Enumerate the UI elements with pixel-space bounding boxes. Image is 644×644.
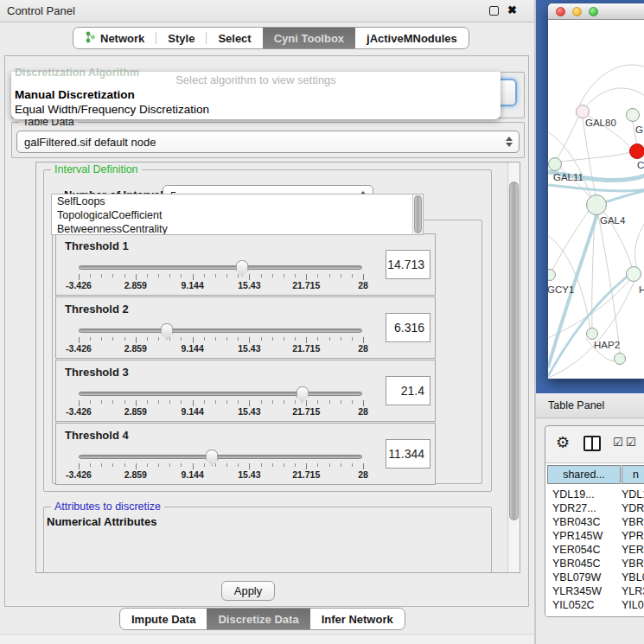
tab-cyni-toolbox-label: Cyni Toolbox [274,32,344,45]
interval-definition-legend: Interval Definition [51,163,142,175]
gear-icon[interactable]: ⚙ [556,433,570,452]
checkbox-icon[interactable]: ☑ [626,436,636,449]
control-panel-footer [0,634,534,644]
list-item[interactable]: BetweennessCentrality [52,222,423,235]
algorithm-option-equal-width[interactable]: Equal Width/Frequency Discretization [11,103,501,118]
threshold-1-panel: Threshold 1 -3.426 2.859 9.144 15.43 21.… [55,233,436,296]
node-label: HAP2 [594,340,620,350]
tab-cyni-toolbox[interactable]: Cyni Toolbox [263,28,355,48]
top-tab-bar: Network Style Select Cyni Toolbox jActiv… [73,27,469,49]
control-panel-titlebar: Control Panel ✖ [0,0,534,22]
threshold-3-ticks [79,400,363,406]
threshold-4-value-field[interactable]: 11.344 [386,439,430,469]
tab-discretize-data-label: Discretize Data [218,613,298,626]
threshold-1-value-field[interactable]: 14.713 [386,250,430,279]
column-header-shared-name[interactable]: shared... [547,465,621,484]
close-traffic-light-icon[interactable] [556,7,565,16]
list-scrollbar-thumb[interactable] [414,195,422,233]
node-gal80[interactable] [576,105,590,118]
node-table: shared... n YDL19...YDL1 YDR27...YDR2 YB… [545,462,644,617]
threshold-2-value-field[interactable]: 6.316 [386,313,430,342]
node-label: G [635,124,643,135]
table-row[interactable]: YPR145WYPR1 [545,529,644,543]
table-row[interactable]: YBR043CYBR0 [545,515,644,529]
threshold-2-slider[interactable] [79,328,362,333]
network-window: GAL80 G C GAL11 GAL4 GCY1 H HAP2 [548,3,644,379]
table-panel-header: Table Panel [536,393,644,418]
threshold-4-panel: Threshold 4 -3.426 2.859 9.144 15.43 21.… [55,423,436,485]
table-data-combobox[interactable]: galFiltered.sif default node [16,131,520,153]
list-item[interactable]: SelfLoops [52,194,423,208]
node-h[interactable] [626,266,641,282]
attributes-legend: Attributes to discretize [51,501,164,513]
apply-button[interactable]: Apply [221,581,275,601]
tab-select-label: Select [218,32,251,45]
table-row[interactable]: YLR345WYLR3 [545,584,644,598]
threshold-4-slider[interactable] [79,455,362,459]
zoom-traffic-light-icon[interactable] [589,7,598,16]
float-window-icon[interactable] [489,6,499,16]
tab-network[interactable]: Network [73,28,156,48]
threshold-2-tick-labels: -3.426 2.859 9.144 15.43 21.715 28 [79,343,363,354]
threshold-2-panel: Threshold 2 -3.426 2.859 9.144 15.43 21.… [55,296,436,359]
network-canvas[interactable]: GAL80 G C GAL11 GAL4 GCY1 H HAP2 [548,20,644,378]
table-row[interactable]: YER054CYER0 [545,543,644,557]
threshold-1-tick-labels: -3.426 2.859 9.144 15.43 21.715 28 [79,280,363,290]
panel-title: Control Panel [7,4,75,17]
settings-scrollbar[interactable] [507,163,520,573]
tab-infer-network-label: Infer Network [322,613,393,626]
node-partial[interactable] [614,353,626,365]
tab-jactivemnodules-label: jActiveMNodules [367,32,457,45]
tab-jactivemnodules[interactable]: jActiveMNodules [355,28,469,48]
bottom-tab-bar: Impute Data Discretize Data Infer Networ… [119,608,405,630]
node-hap2[interactable] [586,328,598,340]
tab-select[interactable]: Select [207,28,262,48]
table-panel-title: Table Panel [548,399,604,411]
settings-scrollpane: Interval Definition Number of Intervals … [35,162,520,573]
split-columns-icon[interactable] [583,436,601,451]
tab-style[interactable]: Style [156,28,206,48]
node-gal4[interactable] [586,194,607,215]
node-label: GAL80 [585,118,616,128]
minimize-traffic-light-icon[interactable] [572,7,582,16]
table-row[interactable]: YIL052CYIL0 [545,598,644,612]
tab-discretize-data[interactable]: Discretize Data [207,609,309,629]
algorithm-option-manual[interactable]: Manual Discretization [11,88,501,103]
network-desktop: GAL80 G C GAL11 GAL4 GCY1 H HAP2 [536,0,644,393]
threshold-1-ticks [79,274,363,280]
network-window-titlebar [548,3,644,20]
table-toolbar: ⚙ ☑ ☑ [545,426,644,462]
network-icon [85,31,96,46]
node-gal11[interactable] [548,157,562,171]
node-label: H [639,284,644,295]
spinner-arrows-icon [506,137,513,147]
tab-impute-data[interactable]: Impute Data [120,609,207,629]
checkbox-icon[interactable]: ☑ [613,436,623,449]
close-icon[interactable]: ✖ [507,3,517,16]
cyni-toolbox-panel: Discretization Algorithm Select algorith… [4,55,529,607]
node-label: GAL11 [553,172,583,182]
threshold-1-label: Threshold 1 [65,239,129,252]
numerical-attributes-title: Numerical Attributes [47,515,156,528]
node-red-selected[interactable] [629,143,644,159]
settings-scrollbar-thumb[interactable] [509,182,519,520]
table-row[interactable]: YBL079WYBL0 [545,571,644,584]
node-label: GAL4 [600,215,625,226]
threshold-3-value-field[interactable]: 21.4 [386,376,430,405]
table-row[interactable]: YDR27...YDR2 [545,501,644,515]
node-label: GCY1 [548,284,574,295]
threshold-1-slider[interactable] [79,265,362,270]
threshold-2-ticks [79,337,363,343]
column-header-name[interactable]: n [622,465,644,484]
tab-impute-data-label: Impute Data [131,613,195,626]
table-row[interactable]: YDL19...YDL1 [545,488,644,501]
threshold-4-tick-labels: -3.426 2.859 9.144 15.43 21.715 28 [79,469,363,480]
table-row[interactable]: YBR045CYBR0 [545,557,644,571]
threshold-2-label: Threshold 2 [65,303,129,316]
tab-style-label: Style [168,32,194,45]
tab-infer-network[interactable]: Infer Network [310,609,405,629]
list-item[interactable]: TopologicalCoefficient [52,208,423,222]
node-g[interactable] [626,108,640,122]
threshold-3-slider[interactable] [79,392,362,396]
list-scrollbar[interactable] [412,194,423,235]
